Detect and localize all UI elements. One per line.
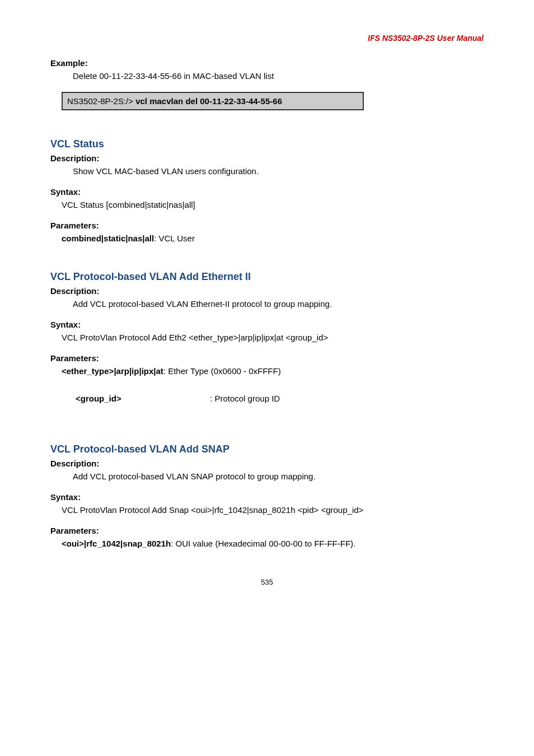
syntax-label: Syntax:	[50, 187, 484, 197]
description-text: Add VCL protocol-based VLAN Ethernet-II …	[73, 298, 484, 310]
parameter-desc: : Ether Type (0x0600 - 0xFFFF)	[163, 366, 281, 376]
parameter-name: <ether_type>|arp|ip|ipx|at	[62, 366, 163, 376]
syntax-label: Syntax:	[50, 320, 484, 329]
description-text: Show VCL MAC-based VLAN users configurat…	[73, 165, 484, 177]
parameter-pad	[121, 394, 210, 403]
parameter-desc: : VCL User	[154, 234, 195, 243]
parameter-item: <group_id> : Protocol group ID	[62, 380, 484, 418]
parameter-name: <group_id>	[76, 394, 121, 403]
description-label: Description:	[50, 153, 484, 163]
page-container: IFS NS3502-8P-2S User Manual Example: De…	[0, 0, 534, 609]
description-text: Add VCL protocol-based VLAN SNAP protoco…	[73, 470, 484, 482]
section-title-vcl-snap: VCL Protocol-based VLAN Add SNAP	[50, 444, 484, 455]
parameters-label: Parameters:	[50, 221, 484, 230]
syntax-label: Syntax:	[50, 492, 484, 502]
syntax-text: VCL ProtoVlan Protocol Add Eth2 <ether_t…	[62, 332, 484, 343]
parameter-item: combined|static|nas|all: VCL User	[62, 232, 484, 245]
syntax-text: VCL ProtoVlan Protocol Add Snap <oui>|rf…	[62, 504, 484, 516]
parameter-item: <ether_type>|arp|ip|ipx|at: Ether Type (…	[62, 365, 484, 378]
section-title-vcl-eth2: VCL Protocol-based VLAN Add Ethernet II	[50, 271, 484, 283]
parameter-desc: : OUI value (Hexadecimal 00-00-00 to FF-…	[171, 539, 355, 548]
page-header-product: IFS NS3502-8P-2S User Manual	[50, 34, 484, 43]
code-command: vcl macvlan del 00-11-22-33-44-55-66	[135, 96, 282, 106]
section-title-vcl-status: VCL Status	[50, 138, 484, 150]
parameter-desc: : Protocol group ID	[210, 394, 280, 403]
description-label: Description:	[50, 286, 484, 296]
code-prefix: NS3502-8P-2S:/>	[67, 96, 135, 106]
example-text: Delete 00-11-22-33-44-55-66 in MAC-based…	[73, 70, 484, 82]
parameters-label: Parameters:	[50, 353, 484, 363]
example-label: Example:	[50, 58, 484, 68]
example-code-box: NS3502-8P-2S:/> vcl macvlan del 00-11-22…	[62, 92, 364, 110]
description-label: Description:	[50, 459, 484, 468]
page-number: 535	[50, 578, 484, 586]
parameter-name: <oui>|rfc_1042|snap_8021h	[62, 539, 171, 548]
parameter-name: combined|static|nas|all	[62, 234, 154, 243]
parameters-label: Parameters:	[50, 526, 484, 535]
syntax-text: VCL Status [combined|static|nas|all]	[62, 199, 484, 211]
parameter-item: <oui>|rfc_1042|snap_8021h: OUI value (He…	[62, 538, 484, 550]
